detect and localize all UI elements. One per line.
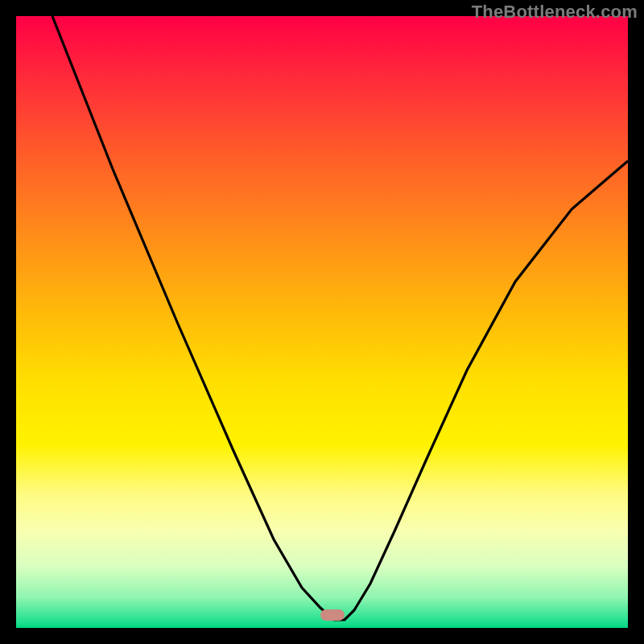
minimum-marker	[320, 609, 345, 621]
watermark-text: TheBottleneck.com	[472, 2, 638, 23]
bottleneck-curve	[16, 16, 628, 628]
plot-area	[16, 16, 628, 628]
chart-frame: TheBottleneck.com	[0, 0, 644, 644]
